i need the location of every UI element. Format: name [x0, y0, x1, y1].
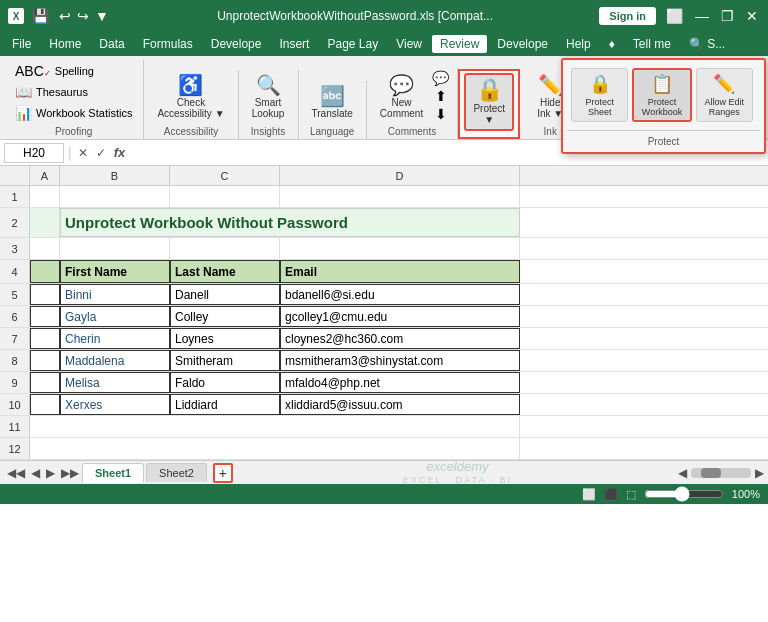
cell-email-9[interactable]: mfaldo4@php.net	[280, 372, 520, 393]
cell-a7[interactable]	[30, 328, 60, 349]
save-button[interactable]: 💾	[30, 8, 51, 24]
cell-first-name-10[interactable]: Xerxes	[60, 394, 170, 415]
scroll-right-arrow[interactable]: ▶	[755, 466, 764, 480]
insert-function-icon[interactable]: fx	[112, 145, 128, 160]
zoom-slider[interactable]	[644, 486, 724, 502]
cell-a2[interactable]	[30, 208, 60, 237]
sheet-nav-first[interactable]: ◀◀	[4, 466, 28, 480]
menu-diamond[interactable]: ♦	[601, 35, 623, 53]
menu-file[interactable]: File	[4, 35, 39, 53]
cell-a4[interactable]	[30, 260, 60, 283]
col-header-d[interactable]: D	[280, 166, 520, 185]
sheet-nav-last[interactable]: ▶▶	[58, 466, 82, 480]
empty-row-11[interactable]	[30, 416, 520, 437]
cell-email-8[interactable]: msmitheram3@shinystat.com	[280, 350, 520, 371]
header-email[interactable]: Email	[280, 260, 520, 283]
empty-row-12[interactable]	[30, 438, 520, 459]
cell-first-name-6[interactable]: Gayla	[60, 306, 170, 327]
cell-reference-box[interactable]	[4, 143, 64, 163]
protect-button[interactable]: 🔒 Protect▼	[464, 73, 514, 131]
cell-email-6[interactable]: gcolley1@cmu.edu	[280, 306, 520, 327]
cancel-formula-icon[interactable]: ✕	[76, 146, 90, 160]
minimize-button[interactable]: —	[693, 8, 711, 24]
cell-email-10[interactable]: xliddiard5@issuu.com	[280, 394, 520, 415]
thesaurus-button[interactable]: 📖 Thesaurus	[12, 83, 91, 101]
view-normal-icon[interactable]: ⬜	[582, 488, 596, 501]
previous-comment-button[interactable]: ⬆	[432, 88, 449, 104]
cell-first-name-7[interactable]: Cherin	[60, 328, 170, 349]
spelling-button[interactable]: ABC✓ Spelling	[12, 62, 97, 80]
cell-d3[interactable]	[280, 238, 520, 259]
sheet-tab-sheet1[interactable]: Sheet1	[82, 463, 144, 483]
sign-in-button[interactable]: Sign in	[599, 7, 656, 25]
cell-email-7[interactable]: cloynes2@hc360.com	[280, 328, 520, 349]
menu-develope2[interactable]: Develope	[489, 35, 556, 53]
menu-review[interactable]: Review	[432, 35, 487, 53]
sheet-nav-next[interactable]: ▶	[43, 466, 58, 480]
check-accessibility-button[interactable]: ♿ CheckAccessibility ▼	[152, 72, 229, 122]
new-sheet-button[interactable]: +	[213, 463, 233, 483]
allow-edit-ranges-button[interactable]: ✏️ Allow Edit Ranges	[696, 68, 753, 122]
menu-insert[interactable]: Insert	[271, 35, 317, 53]
smart-lookup-button[interactable]: 🔍 SmartLookup	[247, 72, 290, 122]
cell-a8[interactable]	[30, 350, 60, 371]
horizontal-scrollbar[interactable]	[691, 468, 751, 478]
cell-a9[interactable]	[30, 372, 60, 393]
cell-c1[interactable]	[170, 186, 280, 207]
ribbon-display-button[interactable]: ⬜	[664, 8, 685, 24]
new-comment-button[interactable]: 💬 NewComment	[375, 72, 428, 122]
col-header-c[interactable]: C	[170, 166, 280, 185]
menu-develope[interactable]: Develope	[203, 35, 270, 53]
undo-button[interactable]: ↩	[57, 8, 73, 24]
redo-button[interactable]: ↪	[75, 8, 91, 24]
spreadsheet-title[interactable]: Unprotect Workbook Without Password	[60, 208, 520, 237]
menu-formulas[interactable]: Formulas	[135, 35, 201, 53]
cell-last-name-6[interactable]: Colley	[170, 306, 280, 327]
close-button[interactable]: ✕	[744, 8, 760, 24]
view-break-icon[interactable]: ⬚	[626, 488, 636, 501]
menu-search[interactable]: 🔍 S...	[681, 35, 733, 53]
cell-email-5[interactable]: bdanell6@si.edu	[280, 284, 520, 305]
translate-button[interactable]: 🔤 Translate	[307, 83, 358, 122]
cell-a6[interactable]	[30, 306, 60, 327]
view-layout-icon[interactable]: ⬛	[604, 488, 618, 501]
cell-b1[interactable]	[60, 186, 170, 207]
cell-last-name-5[interactable]: Danell	[170, 284, 280, 305]
cell-first-name-8[interactable]: Maddalena	[60, 350, 170, 371]
next-comment-button[interactable]: ⬇	[432, 106, 449, 122]
cell-last-name-7[interactable]: Loynes	[170, 328, 280, 349]
menu-page-layout[interactable]: Page Lay	[319, 35, 386, 53]
sheet-nav-prev[interactable]: ◀	[28, 466, 43, 480]
show-hide-comments-button[interactable]: 💬	[432, 70, 449, 86]
cell-a5[interactable]	[30, 284, 60, 305]
cell-last-name-10[interactable]: Liddiard	[170, 394, 280, 415]
cell-first-name-5[interactable]: Binni	[60, 284, 170, 305]
menu-tell-me[interactable]: Tell me	[625, 35, 679, 53]
cell-a1[interactable]	[30, 186, 60, 207]
protect-workbook-label: Protect Workbook	[642, 97, 682, 117]
workbook-statistics-button[interactable]: 📊 Workbook Statistics	[12, 104, 135, 122]
cell-last-name-9[interactable]: Faldo	[170, 372, 280, 393]
menu-home[interactable]: Home	[41, 35, 89, 53]
header-last-name[interactable]: Last Name	[170, 260, 280, 283]
quick-access-dropdown[interactable]: ▼	[93, 8, 111, 24]
scroll-left-arrow[interactable]: ◀	[678, 466, 687, 480]
cell-a3[interactable]	[30, 238, 60, 259]
col-header-b[interactable]: B	[60, 166, 170, 185]
cell-d1[interactable]	[280, 186, 520, 207]
cell-last-name-8[interactable]: Smitheram	[170, 350, 280, 371]
menu-view[interactable]: View	[388, 35, 430, 53]
cell-first-name-9[interactable]: Melisa	[60, 372, 170, 393]
menu-data[interactable]: Data	[91, 35, 132, 53]
cell-b3[interactable]	[60, 238, 170, 259]
sheet-tab-sheet2[interactable]: Sheet2	[146, 463, 207, 482]
protect-workbook-button[interactable]: 📋 Protect Workbook	[632, 68, 691, 122]
cell-a10[interactable]	[30, 394, 60, 415]
header-first-name[interactable]: First Name	[60, 260, 170, 283]
menu-help[interactable]: Help	[558, 35, 599, 53]
cell-c3[interactable]	[170, 238, 280, 259]
confirm-formula-icon[interactable]: ✓	[94, 146, 108, 160]
col-header-a[interactable]: A	[30, 166, 60, 185]
restore-button[interactable]: ❐	[719, 8, 736, 24]
protect-sheet-button[interactable]: 🔒 Protect Sheet	[571, 68, 628, 122]
